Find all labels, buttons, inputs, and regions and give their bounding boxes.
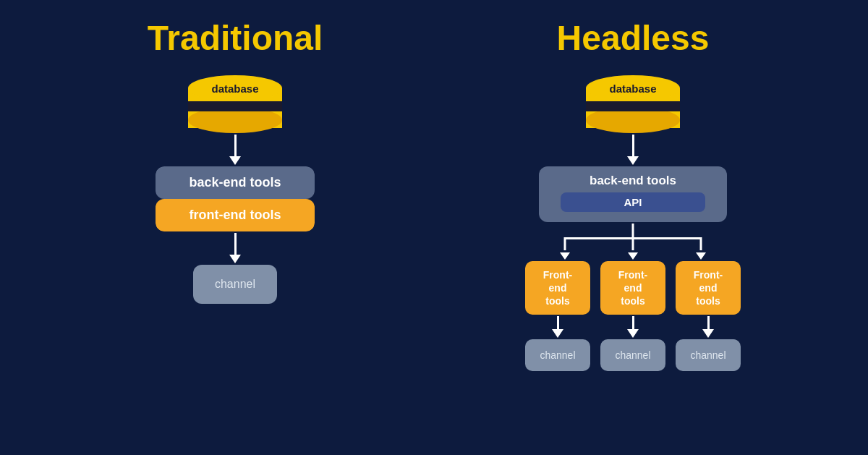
arrow-fe2-ch2 (627, 316, 639, 338)
headless-title: Headless (557, 18, 710, 58)
mid-v-line (632, 237, 634, 250)
diagram-container: Traditional database back-end tools fron… (36, 18, 832, 438)
arrow-head-h (627, 156, 639, 165)
traditional-tools-stack: back-end tools front-end tools (156, 166, 315, 231)
arrow-tip-mid (628, 252, 638, 260)
left-v-line (564, 237, 566, 250)
headless-col-1: Front-end tools channel (525, 261, 590, 372)
arrow-head-fe2 (627, 329, 639, 338)
traditional-db-label: database (188, 82, 282, 95)
traditional-backend-box: back-end tools (156, 166, 315, 199)
arrow-line (234, 135, 237, 156)
db-stripe-h (586, 101, 680, 111)
arrow-line-fe1 (557, 316, 559, 329)
arrow-db-to-tools (229, 135, 241, 165)
headless-channel-1: channel (525, 339, 590, 371)
headless-backend-label: back-end tools (561, 174, 705, 188)
right-v-line (700, 237, 702, 250)
traditional-frontend-box: front-end tools (156, 199, 315, 231)
arrow-head-fe1 (552, 329, 563, 338)
traditional-side: Traditional database back-end tools fron… (69, 18, 401, 304)
headless-col-3: Front-end tools channel (676, 261, 741, 372)
arrow-tip-right (696, 252, 706, 260)
api-bar: API (561, 192, 705, 212)
arrow-line-2 (234, 233, 237, 255)
headless-side: Headless database back-end tools API (467, 18, 799, 372)
traditional-database: database (188, 75, 282, 133)
arrow-head-2 (229, 255, 241, 263)
headless-frontend-1: Front-end tools (525, 261, 590, 315)
headless-frontend-channels: Front-end tools channel Front-end tools (525, 261, 741, 372)
headless-database: database (586, 75, 680, 133)
headless-col-2: Front-end tools channel (600, 261, 665, 372)
center-v-line (632, 224, 634, 238)
multi-arrow (532, 224, 734, 260)
headless-frontend-2: Front-end tools (600, 261, 665, 315)
headless-channel-2: channel (600, 339, 665, 371)
arrow-tip-left (560, 252, 570, 260)
arrow-line-fe3 (707, 316, 710, 329)
headless-backend-api-box: back-end tools API (539, 166, 727, 222)
traditional-title: Traditional (148, 18, 323, 58)
db-top-h: database (586, 75, 680, 101)
headless-frontend-3: Front-end tools (676, 261, 741, 315)
arrow-fe3-ch3 (702, 316, 714, 338)
headless-channel-3: channel (676, 339, 741, 371)
arrow-fe1-ch1 (552, 316, 563, 338)
arrow-head (229, 156, 241, 165)
arrow-line-fe2 (632, 316, 634, 329)
arrow-line-h (632, 135, 634, 156)
arrow-h-db-to-backend (627, 135, 639, 165)
traditional-channel-box: channel (193, 265, 277, 304)
arrow-tools-to-channel (229, 233, 241, 263)
headless-db-label: database (586, 82, 680, 95)
db-top: database (188, 75, 282, 101)
db-stripe (188, 101, 282, 111)
arrow-head-fe3 (702, 329, 714, 338)
